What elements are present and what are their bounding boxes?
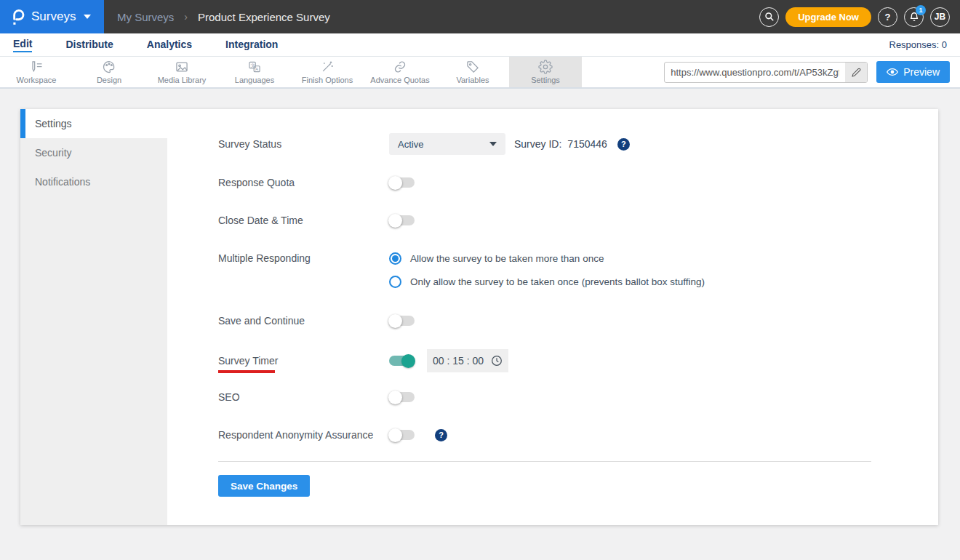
save-and-continue-row: Save and Continue (218, 310, 938, 332)
settings-card: Settings Security Notifications Survey S… (20, 109, 938, 525)
radio-multiple-allowed[interactable] (389, 252, 401, 265)
image-icon (175, 60, 189, 74)
help-button[interactable]: ? (878, 7, 897, 27)
survey-url-input[interactable] (665, 67, 845, 78)
response-quota-row: Response Quota (218, 172, 938, 193)
tab-edit[interactable]: Edit (13, 38, 32, 52)
tab-integration[interactable]: Integration (225, 39, 278, 52)
radio-option-label: Allow the survey to be taken more than o… (410, 253, 604, 264)
survey-id-label: Survey ID: (514, 138, 561, 150)
product-name: Surveys (31, 9, 76, 24)
close-date-time-row: Close Date & Time (218, 209, 938, 231)
sidebar-item-security[interactable]: Security (20, 138, 167, 167)
chevron-down-icon (489, 142, 497, 146)
settings-content: Survey Status Active Survey ID: 7150446 … (167, 109, 938, 525)
toolbar-item-design[interactable]: Design (73, 57, 145, 87)
toolbar-label: Finish Options (302, 76, 353, 84)
tab-analytics[interactable]: Analytics (147, 39, 192, 52)
avatar[interactable]: JB (930, 7, 950, 27)
save-and-continue-label: Save and Continue (218, 315, 389, 327)
edit-url-pencil-icon[interactable] (845, 63, 867, 82)
toolbar-item-finish-options[interactable]: Finish Options (291, 57, 364, 87)
survey-status-value: Active (398, 139, 423, 150)
toggle-knob (388, 428, 402, 442)
notification-badge: 1 (916, 5, 926, 15)
toolbar-right: Preview (664, 57, 960, 87)
header-actions: Upgrade Now ? 1 JB (759, 0, 960, 33)
survey-id-value: 7150446 (567, 138, 607, 150)
anonymity-label: Respondent Anonymity Assurance (218, 429, 389, 441)
toolbar-label: Design (97, 76, 121, 84)
search-button[interactable] (759, 7, 779, 27)
form-divider (218, 461, 871, 462)
response-quota-toggle[interactable] (389, 177, 415, 188)
chevron-down-icon (84, 15, 91, 19)
eye-icon (887, 68, 898, 76)
anonymity-row: Respondent Anonymity Assurance ? (218, 424, 938, 446)
sidebar-item-label: Notifications (35, 176, 90, 188)
multiple-responding-options: Allow the survey to be taken more than o… (389, 247, 705, 292)
notifications-button[interactable]: 1 (904, 7, 924, 27)
seo-label: SEO (218, 391, 389, 403)
toolbar-item-languages[interactable]: 文 A Languages (218, 57, 291, 87)
toolbar-item-advance-quotas[interactable]: Advance Quotas (364, 57, 436, 87)
survey-timer-label: Survey Timer (218, 355, 389, 367)
toolbar-label: Variables (456, 76, 489, 84)
questionpro-logo-icon (10, 8, 25, 26)
save-and-continue-toggle[interactable] (389, 316, 415, 326)
close-date-time-toggle[interactable] (389, 215, 415, 225)
toolbar-item-workspace[interactable]: Workspace (0, 57, 73, 87)
response-quota-label: Response Quota (218, 177, 389, 188)
gear-icon (538, 60, 553, 74)
sidebar-item-settings[interactable]: Settings (20, 109, 167, 138)
edit-toolbar: Workspace Design Media Library 文 A (0, 57, 960, 89)
radio-option-label: Only allow the survey to be taken once (… (410, 276, 705, 287)
toolbar-label: Settings (531, 76, 560, 84)
workspace-icon (29, 60, 44, 74)
survey-id-help-icon[interactable]: ? (617, 138, 630, 151)
search-icon (764, 12, 775, 22)
breadcrumb-my-surveys[interactable]: My Surveys (117, 11, 174, 23)
seo-toggle[interactable] (389, 392, 415, 402)
toolbar-item-variables[interactable]: Variables (436, 57, 509, 87)
survey-id-group: Survey ID: 7150446 ? (514, 138, 630, 151)
survey-timer-value: 00 : 15 : 00 (433, 355, 484, 367)
toolbar-label: Advance Quotas (370, 76, 429, 84)
breadcrumb-separator-icon: › (184, 11, 188, 23)
sidebar-item-label: Settings (35, 118, 72, 129)
tag-icon (465, 60, 480, 74)
svg-text:文: 文 (251, 63, 255, 68)
survey-timer-toggle[interactable] (389, 356, 415, 366)
palette-icon (102, 60, 116, 74)
sidebar-item-label: Security (35, 147, 72, 159)
toggle-knob (388, 214, 402, 228)
toolbar-label: Media Library (158, 76, 207, 84)
save-changes-button[interactable]: Save Changes (218, 475, 310, 497)
top-header: Surveys My Surveys › Product Experience … (0, 0, 960, 33)
anonymity-help-icon[interactable]: ? (435, 429, 447, 441)
avatar-initials: JB (935, 12, 945, 22)
preview-button[interactable]: Preview (876, 61, 950, 83)
radio-option-row: Allow the survey to be taken more than o… (389, 247, 705, 269)
product-switcher[interactable]: Surveys (0, 0, 104, 33)
anonymity-toggle[interactable] (389, 430, 415, 440)
settings-sidebar: Settings Security Notifications (20, 109, 167, 525)
toggle-knob (401, 354, 415, 368)
tab-distribute[interactable]: Distribute (65, 39, 113, 52)
sidebar-item-notifications[interactable]: Notifications (20, 167, 167, 196)
upgrade-now-button[interactable]: Upgrade Now (785, 7, 871, 27)
radio-only-once[interactable] (389, 276, 401, 288)
toolbar-item-settings[interactable]: Settings (509, 57, 582, 87)
toggle-knob (388, 176, 402, 190)
toolbar-item-media-library[interactable]: Media Library (145, 57, 218, 87)
survey-timer-value-field[interactable]: 00 : 15 : 00 (427, 349, 508, 372)
survey-status-row: Survey Status Active Survey ID: 7150446 … (218, 133, 938, 155)
seo-row: SEO (218, 386, 938, 408)
toolbar-label: Languages (235, 76, 274, 84)
survey-status-select[interactable]: Active (389, 133, 505, 155)
toolbar-label: Workspace (17, 76, 57, 84)
multiple-responding-row: Multiple Responding Allow the survey to … (218, 247, 938, 292)
question-mark-icon: ? (885, 12, 891, 23)
translate-icon: 文 A (247, 60, 262, 74)
breadcrumb-survey-title: Product Experience Survey (198, 11, 330, 23)
